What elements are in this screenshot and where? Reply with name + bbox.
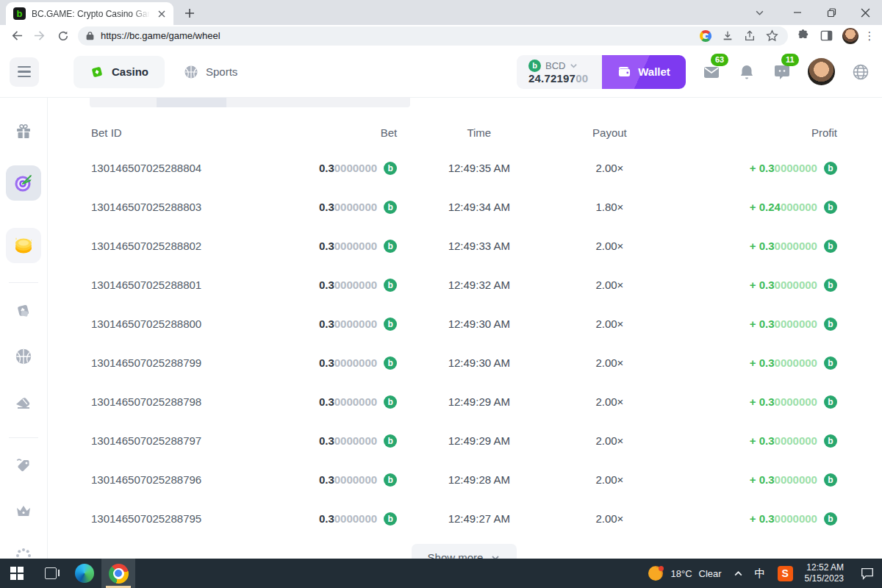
wallet-button[interactable]: Wallet <box>602 55 686 89</box>
bet-profit: + 0.30000000 b <box>658 162 837 175</box>
bet-id[interactable]: 130146507025288797 <box>91 434 285 447</box>
google-icon[interactable] <box>697 27 714 45</box>
restore-button[interactable] <box>814 0 848 25</box>
bet-amount: 0.30000000 b <box>285 356 397 370</box>
bet-time: 12:49:33 AM <box>397 240 561 252</box>
sidebar-item-rewards[interactable] <box>6 228 41 263</box>
taskbar-clock[interactable]: 12:52 AM 5/15/2023 <box>805 562 844 584</box>
show-more-button[interactable]: Show more <box>412 544 517 559</box>
racing-icon <box>14 393 33 411</box>
bcd-coin-icon: b <box>824 434 837 448</box>
chrome-icon <box>109 564 129 584</box>
bet-payout: 2.00× <box>561 434 658 447</box>
task-view-button[interactable] <box>34 559 68 588</box>
profit-bold: + 0.3 <box>750 512 775 525</box>
window-controls <box>748 0 882 25</box>
tab-sports[interactable]: Sports <box>172 56 249 88</box>
sports-icon <box>184 65 198 79</box>
notifications-button[interactable] <box>737 62 756 82</box>
bet-id[interactable]: 130146507025288801 <box>91 279 285 291</box>
tab-close-icon[interactable] <box>156 8 168 20</box>
sidebar-item-vip[interactable] <box>6 494 41 529</box>
chrome-taskbar-button[interactable] <box>101 559 135 588</box>
bet-amount-dim: 0000000 <box>334 162 377 174</box>
sidebar-toggle-button[interactable] <box>10 57 39 87</box>
address-bar[interactable]: https://bc.game/game/wheel <box>78 26 788 46</box>
sidebar-item-bonus[interactable] <box>6 114 41 149</box>
back-button[interactable] <box>7 26 26 46</box>
bet-payout: 1.80× <box>561 201 658 213</box>
sidebar-item-casino[interactable] <box>6 293 41 329</box>
sogou-icon[interactable]: S <box>778 566 793 581</box>
bet-amount-bold: 0.3 <box>319 201 334 213</box>
chat-badge: 11 <box>781 54 799 66</box>
balance-selector[interactable]: b BCD 24.7219700 <box>517 55 602 89</box>
profit-bold: + 0.3 <box>750 318 775 330</box>
tab-casino[interactable]: Casino <box>74 56 165 88</box>
bet-history-panel: Bet ID Bet Time Payout Profit 1301465070… <box>48 98 882 559</box>
start-button[interactable] <box>0 559 34 588</box>
notification-center-icon[interactable] <box>860 566 875 581</box>
side-panel-icon[interactable] <box>817 26 836 46</box>
bet-payout: 2.00× <box>561 240 658 252</box>
bet-amount-dim: 0000000 <box>334 240 377 252</box>
messages-button[interactable]: 63 <box>702 62 721 82</box>
tray-chevron-up-icon[interactable] <box>734 569 743 578</box>
bet-time: 12:49:34 AM <box>397 201 561 213</box>
bet-amount-bold: 0.3 <box>319 162 334 174</box>
bet-payout: 2.00× <box>561 395 658 408</box>
bet-amount-dim: 0000000 <box>334 395 377 408</box>
bet-payout: 2.00× <box>561 512 658 525</box>
browser-menu-icon[interactable]: ⋮ <box>861 28 878 44</box>
sidebar-item-wheel-active[interactable] <box>6 165 41 201</box>
profit-dim: 0000000 <box>775 473 817 486</box>
profit-dim: 0000000 <box>775 356 817 369</box>
bet-id[interactable]: 130146507025288798 <box>91 395 285 408</box>
user-avatar[interactable] <box>808 58 835 85</box>
bet-payout: 2.00× <box>561 279 658 291</box>
bet-id[interactable]: 130146507025288800 <box>91 318 285 330</box>
bet-amount-bold: 0.3 <box>319 395 334 408</box>
ime-indicator[interactable]: 中 <box>755 567 766 581</box>
bcd-coin-icon: b <box>824 318 837 331</box>
bet-id[interactable]: 130146507025288804 <box>91 162 285 174</box>
bet-amount-bold: 0.3 <box>319 279 334 291</box>
forward-button[interactable] <box>30 26 49 46</box>
bcd-coin-icon: b <box>384 434 397 448</box>
bet-id[interactable]: 130146507025288795 <box>91 512 285 525</box>
extensions-icon[interactable] <box>793 26 812 46</box>
weather-widget[interactable]: 18°C Clear <box>648 565 721 581</box>
share-icon[interactable] <box>741 27 759 45</box>
profit-bold: + 0.3 <box>750 434 775 447</box>
bcd-coin-icon: b <box>384 356 397 370</box>
bet-amount-bold: 0.3 <box>319 512 334 525</box>
casino-label: Casino <box>112 65 148 78</box>
sidebar-item-promotions[interactable] <box>6 448 41 484</box>
chat-button[interactable]: 11 <box>772 62 792 82</box>
bcd-coin-icon: b <box>824 201 837 214</box>
table-row: 130146507025288796 0.30000000 b 12:49:28… <box>91 460 837 499</box>
close-window-button[interactable] <box>848 0 882 25</box>
bet-id[interactable]: 130146507025288796 <box>91 473 285 486</box>
bet-amount-dim: 0000000 <box>334 318 377 330</box>
table-row: 130146507025288798 0.30000000 b 12:49:29… <box>91 382 837 421</box>
language-button[interactable] <box>851 62 870 82</box>
sidebar-item-sports[interactable] <box>6 339 41 374</box>
task-view-icon <box>45 567 57 579</box>
bet-id[interactable]: 130146507025288802 <box>91 240 285 252</box>
browser-tab[interactable]: b BC.GAME: Crypto Casino Games <box>6 2 173 25</box>
bookmark-star-icon[interactable] <box>763 27 781 45</box>
download-icon[interactable] <box>719 27 736 45</box>
edge-taskbar-button[interactable] <box>68 559 101 588</box>
profit-dim: 000000 <box>781 201 817 213</box>
browser-profile-avatar[interactable] <box>842 28 858 44</box>
col-time: Time <box>397 126 561 139</box>
minimize-button[interactable] <box>781 0 814 25</box>
bet-id[interactable]: 130146507025288803 <box>91 201 285 213</box>
url-text[interactable]: https://bc.game/game/wheel <box>101 30 692 41</box>
reload-button[interactable] <box>54 26 73 46</box>
tab-search-chevron-icon[interactable] <box>748 0 770 25</box>
sidebar-item-racing[interactable] <box>6 384 41 420</box>
new-tab-button[interactable] <box>179 3 200 24</box>
bet-id[interactable]: 130146507025288799 <box>91 356 285 369</box>
